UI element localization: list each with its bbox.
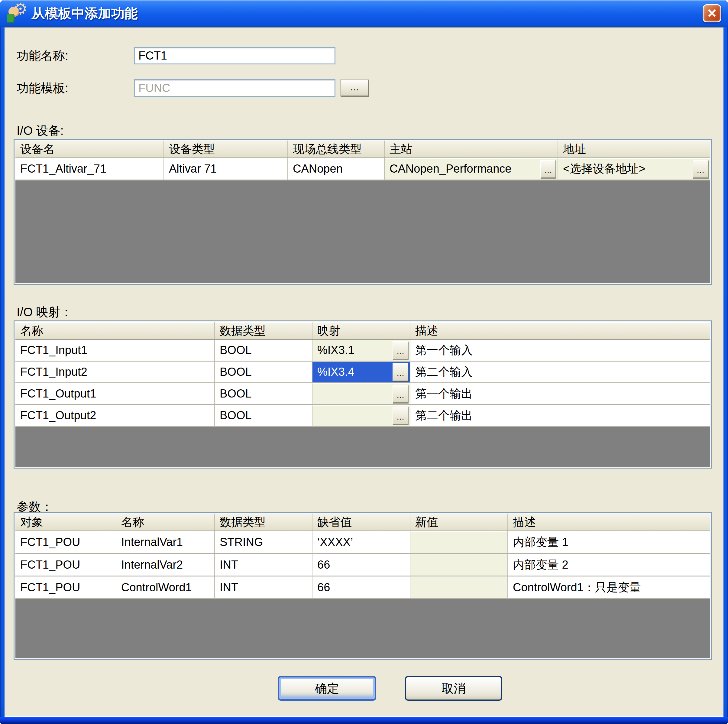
window-bottom-border (0, 717, 728, 724)
cell-new-value[interactable] (410, 554, 508, 577)
cell-mapping[interactable]: ... (312, 383, 410, 405)
col-header-name: 名称 (15, 322, 215, 339)
function-name-input[interactable]: FCT1 (134, 47, 335, 64)
mapping-row: FCT1_Output1 BOOL ... 第一个输出 (15, 383, 710, 405)
cell-description[interactable]: 第一个输入 (410, 340, 710, 361)
cell-device-type[interactable]: Altivar 71 (164, 158, 288, 181)
io-devices-table: 设备名 设备类型 现场总线类型 主站 地址 FCT1_Altivar_71 Al… (14, 139, 712, 285)
cell-description[interactable]: 内部变量 2 (508, 554, 710, 577)
mapping-row: FCT1_Input2 BOOL %IX3.4 ... 第二个输入 (15, 361, 710, 383)
col-header-description: 描述 (508, 514, 710, 531)
cell-default-value[interactable]: 66 (312, 554, 410, 577)
title-bar[interactable]: ⚙ 从模板中添加功能 ✕ (0, 0, 728, 27)
cell-object[interactable]: FCT1_POU (15, 577, 116, 599)
cell-name[interactable]: FCT1_Output1 (15, 383, 215, 405)
cell-name[interactable]: InternalVar2 (116, 554, 215, 577)
io-devices-section-label: I/O 设备: (17, 122, 64, 139)
mapping-value: %IX3.1 (317, 344, 355, 357)
cell-new-value[interactable] (410, 531, 508, 554)
cancel-button[interactable]: 取消 (405, 676, 502, 701)
app-icon: ⚙ (6, 3, 26, 24)
function-template-input: FUNC (134, 79, 335, 97)
col-header-master: 主站 (385, 141, 558, 158)
cell-description[interactable]: 第一个输出 (410, 383, 710, 405)
cell-default-value[interactable]: ‘XXXX’ (312, 531, 410, 554)
cell-description[interactable]: 第二个输入 (410, 361, 710, 383)
master-value: CANopen_Performance (390, 162, 511, 175)
cell-mapping-selected[interactable]: %IX3.4 ... (312, 361, 410, 383)
cell-description[interactable]: ControlWord1：只是变量 (508, 577, 710, 599)
mapping-row: FCT1_Output2 BOOL ... 第二个输出 (15, 405, 710, 427)
address-value: <选择设备地址> (563, 161, 645, 176)
col-header-device-type: 设备类型 (164, 141, 288, 158)
cell-name[interactable]: ControlWord1 (116, 577, 215, 599)
function-name-label: 功能名称: (17, 47, 68, 64)
master-browse-button[interactable]: ... (540, 160, 556, 178)
col-header-name: 名称 (116, 514, 215, 531)
col-header-device-name: 设备名 (15, 141, 164, 158)
mapping-browse-button[interactable]: ... (393, 341, 408, 360)
col-header-data-type: 数据类型 (215, 322, 312, 339)
cell-mapping[interactable]: %IX3.1 ... (312, 340, 410, 361)
col-header-new-value: 新值 (410, 514, 508, 531)
cell-name[interactable]: FCT1_Output2 (15, 405, 215, 427)
cell-data-type[interactable]: INT (215, 554, 312, 577)
ok-button[interactable]: 确定 (278, 676, 376, 701)
io-mapping-table: 名称 数据类型 映射 描述 FCT1_Input1 BOOL %IX3.1 ..… (14, 320, 712, 468)
cell-description[interactable]: 第二个输出 (410, 405, 710, 427)
device-row: FCT1_Altivar_71 Altivar 71 CANopen CANop… (15, 158, 710, 181)
cell-data-type[interactable]: INT (215, 577, 312, 599)
col-header-fieldbus-type: 现场总线类型 (288, 141, 385, 158)
parameter-row: FCT1_POU InternalVar1 STRING ‘XXXX’ 内部变量… (15, 531, 710, 554)
mapping-browse-button[interactable]: ... (393, 385, 408, 403)
parameters-table: 对象 名称 数据类型 缺省值 新值 描述 FCT1_POU InternalVa… (14, 512, 712, 660)
cell-data-type[interactable]: BOOL (215, 405, 312, 427)
cell-data-type[interactable]: BOOL (215, 383, 312, 405)
mapping-value: %IX3.4 (317, 366, 355, 378)
parameter-row: FCT1_POU ControlWord1 INT 66 ControlWord… (15, 577, 710, 599)
col-header-data-type: 数据类型 (215, 514, 312, 531)
cell-master[interactable]: CANopen_Performance ... (385, 158, 558, 181)
col-header-default-value: 缺省值 (312, 514, 410, 531)
mapping-row: FCT1_Input1 BOOL %IX3.1 ... 第一个输入 (15, 340, 710, 361)
cell-object[interactable]: FCT1_POU (15, 531, 116, 554)
io-devices-header-row: 设备名 设备类型 现场总线类型 主站 地址 (15, 141, 710, 158)
cell-device-name[interactable]: FCT1_Altivar_71 (15, 158, 164, 181)
dialog-body: 功能名称: FCT1 功能模板: FUNC ... I/O 设备: 设备名 设备… (5, 27, 723, 716)
cell-object[interactable]: FCT1_POU (15, 554, 116, 577)
cell-new-value[interactable] (410, 577, 508, 599)
cell-address[interactable]: <选择设备地址> ... (558, 158, 710, 181)
parameter-row: FCT1_POU InternalVar2 INT 66 内部变量 2 (15, 554, 710, 577)
col-header-object: 对象 (15, 514, 116, 531)
block-icon (7, 14, 14, 23)
io-mapping-section-label: I/O 映射： (17, 304, 72, 320)
col-header-address: 地址 (558, 141, 710, 158)
cell-data-type[interactable]: BOOL (215, 340, 312, 361)
address-browse-button[interactable]: ... (693, 160, 708, 178)
col-header-description: 描述 (410, 322, 710, 339)
cell-description[interactable]: 内部变量 1 (508, 531, 710, 554)
function-template-label: 功能模板: (17, 79, 68, 97)
dialog-title: 从模板中添加功能 (31, 0, 138, 27)
template-browse-button[interactable]: ... (341, 80, 369, 96)
dialog-window: ⚙ 从模板中添加功能 ✕ 功能名称: FCT1 功能模板: FUNC ... I… (0, 0, 728, 724)
close-icon: ✕ (707, 6, 717, 20)
cell-name[interactable]: InternalVar1 (116, 531, 215, 554)
cell-default-value[interactable]: 66 (312, 577, 410, 599)
io-mapping-header-row: 名称 数据类型 映射 描述 (15, 322, 710, 340)
cell-mapping[interactable]: ... (312, 405, 410, 427)
close-button[interactable]: ✕ (703, 4, 721, 22)
parameters-header-row: 对象 名称 数据类型 缺省值 新值 描述 (15, 514, 710, 531)
cell-data-type[interactable]: BOOL (215, 361, 312, 383)
cell-data-type[interactable]: STRING (215, 531, 312, 554)
col-header-mapping: 映射 (312, 322, 410, 339)
mapping-browse-button[interactable]: ... (393, 363, 408, 381)
cell-name[interactable]: FCT1_Input1 (15, 340, 215, 361)
mapping-browse-button[interactable]: ... (393, 407, 408, 425)
cell-name[interactable]: FCT1_Input2 (15, 361, 215, 383)
cell-fieldbus-type[interactable]: CANopen (288, 158, 385, 181)
